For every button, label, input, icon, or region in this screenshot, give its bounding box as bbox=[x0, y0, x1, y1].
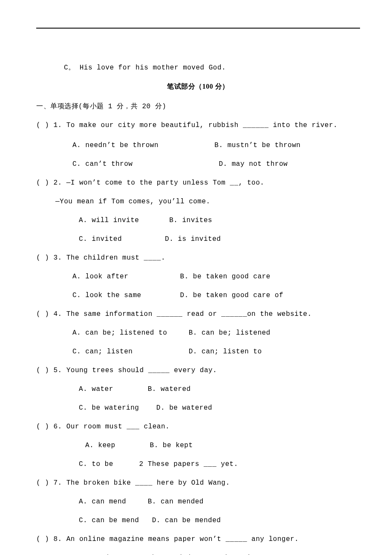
section1-header: 一、单项选择(每小题 1 分，共 20 分) bbox=[36, 101, 360, 112]
q1-option-a: A. needn’t be thrown bbox=[72, 142, 159, 149]
q2-option-a: A. will invite bbox=[79, 217, 139, 224]
q7-option-b: B. can mended bbox=[148, 498, 204, 506]
q4-option-c: C. can; listen bbox=[72, 348, 133, 356]
q7-options-row1: A. can mend B. can mended bbox=[36, 497, 360, 507]
prior-option-c: C。 His love for his mother moved God. bbox=[36, 63, 360, 73]
q5-option-a: A. water bbox=[79, 385, 113, 393]
q1-options-row1: A. needn’t be thrown B. mustn’t be throw… bbox=[36, 140, 360, 150]
q2-options-row2: C. invited D. is invited bbox=[36, 234, 360, 244]
q4-prompt: ( ) 4. The same information ______ read … bbox=[36, 309, 360, 319]
q7-options-row2: C. can be mend D. can be mended bbox=[36, 515, 360, 526]
q3-options-row2: C. look the same D. be taken good care o… bbox=[36, 290, 360, 301]
q7-option-d: D. can be mended bbox=[152, 517, 221, 524]
page-content: C。 His love for his mother moved God. 笔试… bbox=[36, 28, 360, 555]
q2-continuation: —You mean if Tom comes, you’ll come. bbox=[36, 197, 360, 207]
q5-prompt: ( ) 5. Young trees should _____ every da… bbox=[36, 365, 360, 376]
q1-options-row2: C. can’t throw D. may not throw bbox=[36, 159, 360, 169]
q4-options-row2: C. can; listen D. can; listen to bbox=[36, 347, 360, 357]
section-title: 笔试部分（100 分） bbox=[36, 81, 360, 92]
q1-option-b: B. mustn’t be thrown bbox=[214, 142, 300, 149]
q4-options-row1: A. can be; listened to B. can be; listen… bbox=[36, 328, 360, 338]
q6-option-b: B. be kept bbox=[150, 442, 193, 449]
q5-option-c: C. be watering bbox=[79, 404, 139, 412]
q6-continuation: 2 These papers ___ yet. bbox=[139, 460, 238, 468]
q5-options-row1: A. water B. watered bbox=[36, 384, 360, 394]
q1-prompt: ( ) 1. To make our city more beautiful, … bbox=[36, 120, 360, 130]
q5-option-d: D. be watered bbox=[156, 404, 212, 412]
q3-prompt: ( ) 3. The children must ____. bbox=[36, 253, 360, 263]
q3-option-b: B. be taken good care bbox=[180, 273, 271, 280]
q7-option-c: C. can be mend bbox=[79, 517, 139, 524]
q4-option-a: A. can be; listened to bbox=[72, 329, 167, 337]
q2-option-d: D. is invited bbox=[165, 235, 221, 243]
q2-prompt: ( ) 2. —I won’t come to the party unless… bbox=[36, 178, 360, 188]
q6-options-row2: C. to be 2 These papers ___ yet. bbox=[36, 459, 360, 469]
q8-options-row: A. need B. be needed C. be using D. use bbox=[36, 553, 360, 555]
q6-prompt: ( ) 6. Our room must ___ clean. bbox=[36, 422, 360, 432]
q6-options-row1: A. keep B. be kept bbox=[36, 440, 360, 451]
q2-option-c: C. invited bbox=[79, 235, 122, 243]
q2-option-b: B. invites bbox=[169, 217, 212, 224]
q3-option-a: A. look after bbox=[72, 273, 128, 280]
q6-option-a: A. keep bbox=[85, 442, 115, 449]
q6-option-c: C. to be bbox=[79, 460, 113, 468]
q4-option-b: B. can be; listened bbox=[189, 329, 271, 337]
q3-option-d: D. be taken good care of bbox=[180, 292, 283, 299]
q7-prompt: ( ) 7. The broken bike ____ here by Old … bbox=[36, 478, 360, 488]
q7-option-a: A. can mend bbox=[79, 498, 126, 506]
q1-option-d: D. may not throw bbox=[219, 160, 288, 168]
q1-option-c: C. can’t throw bbox=[72, 160, 133, 168]
q5-option-b: B. watered bbox=[148, 385, 191, 393]
q2-options-row1: A. will invite B. invites bbox=[36, 215, 360, 225]
q3-options-row1: A. look after B. be taken good care bbox=[36, 272, 360, 282]
q5-options-row2: C. be watering D. be watered bbox=[36, 403, 360, 413]
q4-option-d: D. can; listen to bbox=[189, 348, 262, 356]
q3-option-c: C. look the same bbox=[72, 292, 141, 299]
q8-prompt: ( ) 8. An online magazine means paper wo… bbox=[36, 534, 360, 544]
